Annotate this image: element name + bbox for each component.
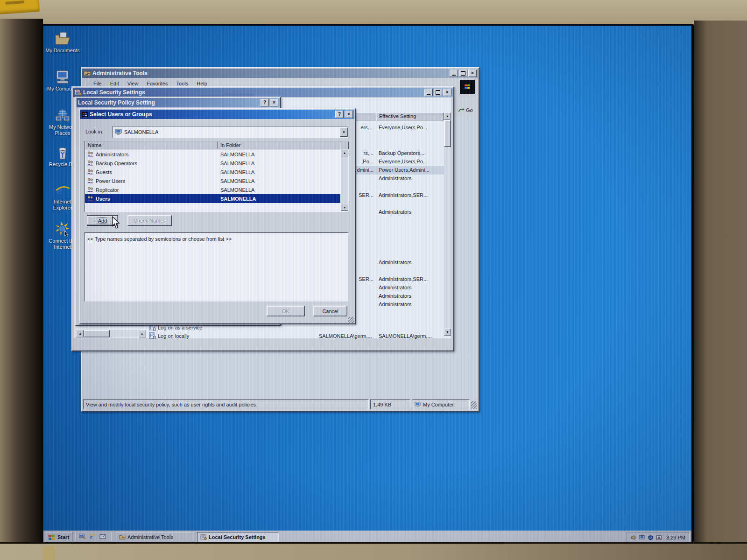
local-security-window-icon (74, 89, 82, 96)
windows-desktop[interactable]: My Documents My Computer My Network Plac… (43, 26, 691, 543)
volume-icon[interactable] (631, 535, 637, 540)
close-button[interactable]: × (270, 99, 278, 106)
policy-icon (149, 332, 156, 339)
close-button[interactable]: × (443, 89, 451, 96)
list-row-users-selected[interactable]: Users SALMONELLA (85, 194, 340, 203)
minimize-button[interactable] (424, 89, 433, 96)
row-name: Power Users (96, 178, 125, 184)
show-desktop-icon[interactable] (79, 533, 86, 539)
menu-tools[interactable]: Tools (172, 80, 193, 87)
users-groups-list[interactable]: Name In Folder Administrators SALMONELLA… (85, 141, 349, 212)
scrollbar-thumb[interactable] (84, 330, 110, 337)
menu-grip[interactable] (85, 80, 87, 87)
ok-button[interactable]: OK (267, 306, 305, 316)
help-button[interactable]: ? (261, 99, 269, 106)
maximize-button[interactable] (459, 70, 467, 77)
check-names-button[interactable]: Check Names (127, 215, 172, 226)
status-size: 1.49 KB (373, 402, 391, 407)
taskbar-clock[interactable]: 3:29 PM (666, 535, 685, 540)
internet-explorer-quicklaunch-icon[interactable]: e (89, 533, 96, 539)
row-folder: SALMONELLA (220, 187, 254, 193)
effective-value: Administrators (379, 175, 411, 181)
scroll-up-button[interactable]: ▲ (341, 149, 348, 156)
network-monitor-icon[interactable] (639, 535, 645, 540)
local-setting-column-header-tail[interactable] (354, 112, 376, 120)
list-row-guests[interactable]: Guests SALMONELLA (85, 168, 340, 176)
go-label: Go (466, 107, 473, 113)
maximize-button[interactable] (434, 89, 442, 96)
look-in-combobox[interactable]: SALMONELLA ▼ (113, 126, 348, 138)
list-row-power-users[interactable]: Power Users SALMONELLA (85, 176, 340, 185)
outlook-express-icon[interactable] (99, 533, 106, 539)
column-header-in-folder[interactable]: In Folder (218, 141, 340, 149)
cancel-button[interactable]: Cancel (313, 306, 347, 316)
scroll-up-button[interactable]: ▲ (444, 112, 451, 119)
resize-grip[interactable] (471, 401, 477, 409)
effective-setting-value: SALMONELLA\germ,... (379, 333, 432, 339)
policy-item-log-on-locally[interactable]: Log on locally (149, 332, 189, 339)
desktop-icon-my-documents[interactable]: My Documents (45, 31, 80, 54)
scroll-down-button[interactable]: ▼ (444, 329, 451, 336)
taskbar-divider (74, 532, 76, 541)
policy-setting-titlebar[interactable]: Local Security Policy Setting ? × (77, 98, 280, 107)
group-icon (87, 151, 94, 157)
my-computer-icon (55, 70, 70, 84)
list-row-administrators[interactable]: Administrators SALMONELLA (85, 150, 340, 159)
menu-file[interactable]: File (89, 80, 106, 87)
look-in-value: SALMONELLA (124, 129, 158, 135)
names-text-area[interactable]: << Type names separated by semicolons or… (85, 232, 348, 301)
names-hint: << Type names separated by semicolons or… (87, 236, 232, 242)
scroll-down-button[interactable]: ▼ (341, 204, 348, 211)
minimize-button[interactable] (450, 70, 458, 77)
group-icon (87, 178, 94, 184)
crt-screen: My Documents My Computer My Network Plac… (40, 22, 695, 544)
mouse-cursor (111, 216, 120, 229)
svg-text:e: e (57, 183, 62, 197)
row-name: Guests (96, 169, 112, 175)
combo-dropdown-button[interactable]: ▼ (340, 127, 348, 137)
local-security-titlebar[interactable]: Local Security Settings × (73, 88, 453, 97)
ok-label: OK (282, 308, 289, 314)
taskbar-divider (110, 532, 112, 541)
start-button[interactable]: Start (45, 532, 72, 542)
column-header-name[interactable]: Name (85, 141, 218, 149)
shield-icon[interactable] (648, 535, 654, 540)
select-users-titlebar[interactable]: Select Users or Groups ? × (80, 110, 354, 119)
menu-help[interactable]: Help (192, 80, 211, 87)
virus-scan-icon[interactable] (656, 535, 662, 540)
effective-value: Backup Operators,... (379, 150, 426, 156)
help-button[interactable]: ? (335, 111, 344, 118)
taskbar-task-local-security-settings[interactable]: Local Security Settings (197, 532, 279, 542)
scrollbar-thumb[interactable] (444, 120, 451, 147)
list-vertical-scrollbar[interactable]: ▲ ▼ (341, 149, 348, 211)
status-zone-pane: My Computer (412, 399, 470, 409)
look-in-label: Look in: (85, 129, 104, 134)
menu-view[interactable]: View (123, 80, 143, 87)
taskbar-task-administrative-tools[interactable]: Administrative Tools (116, 532, 194, 542)
effective-value: Administrators (379, 285, 411, 290)
svg-text:e: e (90, 533, 93, 539)
list-row-replicator[interactable]: Replicator SALMONELLA (85, 185, 340, 194)
scroll-right-button[interactable]: ► (139, 330, 146, 337)
dialog-resize-grip[interactable] (348, 317, 354, 323)
system-tray: 3:29 PM (627, 532, 690, 543)
list-row-backup-operators[interactable]: Backup Operators SALMONELLA (85, 159, 340, 168)
admin-tools-titlebar[interactable]: Administrative Tools × (82, 69, 478, 78)
effective-value: Administrators (379, 209, 411, 215)
connect-internet-icon (55, 222, 70, 237)
menu-favorites[interactable]: Favorites (142, 80, 172, 87)
admin-tools-statusbar: View and modify local security policy, s… (83, 399, 477, 409)
scroll-left-button[interactable]: ◄ (76, 330, 84, 337)
task-label: Local Security Settings (209, 534, 266, 540)
close-button[interactable]: × (345, 111, 353, 118)
dialog-title: Select Users or Groups (90, 111, 152, 118)
address-go-button[interactable]: Go (458, 105, 476, 114)
status-zone: My Computer (423, 402, 454, 407)
menu-edit[interactable]: Edit (106, 80, 123, 87)
vertical-scrollbar[interactable]: ▲ ▼ (444, 112, 451, 336)
small-sticker (43, 546, 55, 560)
horizontal-scrollbar[interactable]: ◄ ► (76, 330, 146, 337)
close-button[interactable]: × (468, 70, 477, 77)
effective-setting-column-header[interactable]: Effective Setting (376, 112, 444, 120)
dialog-title: Local Security Policy Setting (78, 99, 155, 106)
